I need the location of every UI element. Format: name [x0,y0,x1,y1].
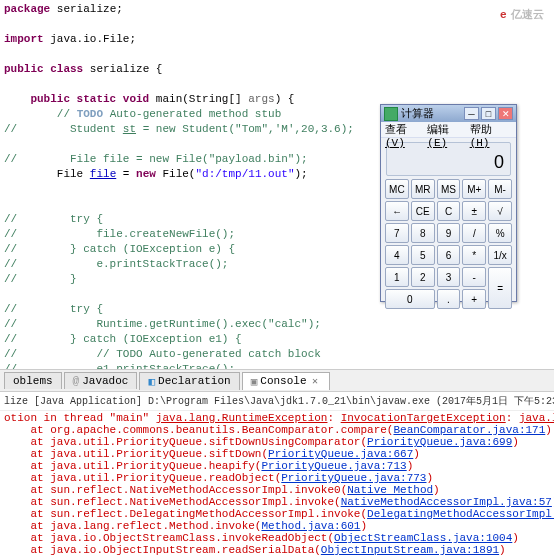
tab-problems[interactable]: oblems [4,372,62,389]
key-mminus[interactable]: M- [488,179,512,199]
key-mul[interactable]: * [462,245,486,265]
calculator-window[interactable]: 计算器 ─ □ ✕ 查看(V) 编辑(E) 帮助(H) 0 MC MR MS M… [380,104,517,302]
key-4[interactable]: 4 [385,245,409,265]
menu-help[interactable]: 帮助(H) [470,122,504,137]
menu-view[interactable]: 查看(V) [385,122,419,137]
key-1[interactable]: 1 [385,267,409,287]
brand-logo: e 亿速云 [500,4,544,22]
declaration-icon: ◧ [148,375,155,388]
key-back[interactable]: ← [385,201,409,221]
key-recip[interactable]: 1/x [488,245,512,265]
key-6[interactable]: 6 [437,245,461,265]
calculator-menubar[interactable]: 查看(V) 编辑(E) 帮助(H) [381,122,516,138]
close-button[interactable]: ✕ [498,107,513,120]
key-dot[interactable]: . [437,289,461,309]
key-sqrt[interactable]: √ [488,201,512,221]
menu-edit[interactable]: 编辑(E) [427,122,461,137]
key-div[interactable]: / [462,223,486,243]
run-header: lize [Java Application] D:\Program Files… [0,392,554,411]
console-output[interactable]: otion in thread "main" java.lang.Runtime… [0,411,554,557]
key-mplus[interactable]: M+ [462,179,486,199]
console-icon: ▣ [251,375,258,388]
tab-console[interactable]: ▣Console✕ [242,372,330,390]
calculator-keypad: MC MR MS M+ M- ← CE C ± √ 7 8 9 / % 4 5 … [381,178,516,313]
maximize-button[interactable]: □ [481,107,496,120]
calculator-titlebar[interactable]: 计算器 ─ □ ✕ [381,105,516,122]
calculator-icon [384,107,398,121]
key-mc[interactable]: MC [385,179,409,199]
key-0[interactable]: 0 [385,289,435,309]
key-5[interactable]: 5 [411,245,435,265]
key-3[interactable]: 3 [437,267,461,287]
key-ms[interactable]: MS [437,179,461,199]
key-ce[interactable]: CE [411,201,435,221]
key-sub[interactable]: - [462,267,486,287]
key-pct[interactable]: % [488,223,512,243]
key-neg[interactable]: ± [462,201,486,221]
key-7[interactable]: 7 [385,223,409,243]
key-9[interactable]: 9 [437,223,461,243]
minimize-button[interactable]: ─ [464,107,479,120]
tab-javadoc[interactable]: @Javadoc [64,372,138,389]
key-8[interactable]: 8 [411,223,435,243]
key-mr[interactable]: MR [411,179,435,199]
bottom-tabs: oblems @Javadoc ◧Declaration ▣Console✕ [0,370,554,392]
calculator-title: 计算器 [401,106,462,121]
console-pin-icon[interactable]: ✕ [310,376,321,387]
key-add[interactable]: + [462,289,486,309]
key-c[interactable]: C [437,201,461,221]
key-eq[interactable]: = [488,267,512,309]
tab-declaration[interactable]: ◧Declaration [139,372,239,390]
key-2[interactable]: 2 [411,267,435,287]
